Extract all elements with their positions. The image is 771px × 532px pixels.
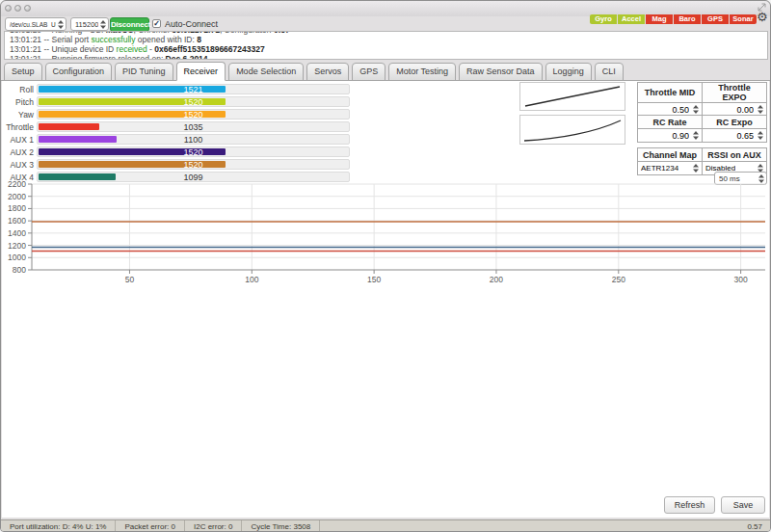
status-segment: Cycle Time: 3508 xyxy=(242,520,320,532)
tab-pid-tuning[interactable]: PID Tuning xyxy=(115,63,173,81)
axis-tick-label: 1200 xyxy=(8,241,26,251)
channel-meter-track: 1520 xyxy=(37,146,350,157)
log-line: 13:01:21 -- Serial port successfully ope… xyxy=(10,35,767,44)
number-stepper-icon[interactable] xyxy=(758,131,763,140)
log-lines: 13:01:20 -- Running - OS: MacOS, Chrome:… xyxy=(10,31,767,60)
channel-meter-bar xyxy=(39,123,99,130)
auto-connect-label: Auto-Connect xyxy=(165,19,218,29)
auto-connect-checkbox[interactable]: ✓ xyxy=(152,19,161,28)
tab-cli[interactable]: CLI xyxy=(595,63,624,81)
axis-tick-label: 1800 xyxy=(8,203,26,213)
axis-tick-label: 2200 xyxy=(8,179,26,189)
axis-tick-label: 200 xyxy=(490,275,503,284)
rc-expo-value: 0.65 xyxy=(736,131,754,141)
channel-map-header: Channel Map xyxy=(638,148,703,162)
channel-map-select[interactable]: AETR1234 xyxy=(641,164,699,173)
number-stepper-icon[interactable] xyxy=(693,105,699,114)
axis-tick-label: 800 xyxy=(13,265,26,275)
sensor-badge-baro: Baro xyxy=(674,14,701,24)
channel-value: 1520 xyxy=(183,110,202,120)
rc-expo-input[interactable]: 0.65 xyxy=(705,131,763,141)
tab-setup[interactable]: Setup xyxy=(4,63,42,81)
close-window-button[interactable] xyxy=(5,5,12,12)
refresh-button[interactable]: Refresh xyxy=(664,496,715,514)
channel-meter-track: 1035 xyxy=(37,121,350,132)
channel-meter-track: 1520 xyxy=(37,109,350,120)
app-window: /dev/cu.SLAB_US 115200 Disconnect ✓ Auto… xyxy=(0,0,771,532)
tab-gps[interactable]: GPS xyxy=(352,63,386,81)
channel-label: AUX 3 xyxy=(3,159,34,172)
throttle-expo-value: 0.00 xyxy=(736,105,754,115)
channel-label: Throttle xyxy=(3,121,34,134)
save-button[interactable]: Save xyxy=(721,496,765,514)
axis-tick-label: 50 xyxy=(125,275,135,284)
sensor-badge-mag: Mag xyxy=(646,14,673,24)
throttle-expo-input[interactable]: 0.00 xyxy=(705,105,763,115)
log-box[interactable]: 13:01:20 -- Running - OS: MacOS, Chrome:… xyxy=(4,31,768,60)
axis-tick-label: 250 xyxy=(612,275,625,284)
rc-channels-graph: 8001000120014001600180020002200501001502… xyxy=(1,178,771,286)
tab-servos[interactable]: Servos xyxy=(306,63,349,81)
number-stepper-icon[interactable] xyxy=(758,105,763,114)
channel-meter-track: 1520 xyxy=(37,159,350,170)
throttle-expo-header: Throttle EXPO xyxy=(703,83,767,103)
axis-tick-label: 1000 xyxy=(8,253,26,262)
channel-label: Yaw xyxy=(3,109,34,121)
status-bar: Port utilization: D: 4% U: 1%Packet erro… xyxy=(1,519,770,532)
sensor-strip: GyroAccelMagBaroGPSSonar xyxy=(590,14,757,24)
axis-tick-label: 1600 xyxy=(8,216,26,226)
baud-rate-select[interactable]: 115200 xyxy=(70,17,109,31)
channel-value: 1520 xyxy=(183,97,202,107)
channel-row-aux-2: AUX 21520 xyxy=(3,146,369,159)
tab-mode-selection[interactable]: Mode Selection xyxy=(228,63,304,81)
zoom-window-button[interactable] xyxy=(24,5,31,12)
throttle-mid-header: Throttle MID xyxy=(638,83,703,103)
tab-motor-testing[interactable]: Motor Testing xyxy=(388,63,456,81)
sensor-badge-gps: GPS xyxy=(702,14,729,24)
channel-label: AUX 1 xyxy=(3,134,34,146)
serial-port-select[interactable]: /dev/cu.SLAB_US xyxy=(5,17,66,31)
channel-label: Pitch xyxy=(3,96,34,109)
tab-logging[interactable]: Logging xyxy=(545,63,592,81)
channel-label: AUX 2 xyxy=(3,146,34,159)
tab-strip: SetupConfigurationPID TuningReceiverMode… xyxy=(1,61,770,81)
status-segment: Packet error: 0 xyxy=(116,520,184,532)
throttle-mid-input[interactable]: 0.50 xyxy=(641,105,699,115)
channel-row-roll: Roll1521 xyxy=(3,84,369,96)
axis-tick-label: 150 xyxy=(367,275,381,284)
rc-rate-settings-table: RC Rate RC Expo 0.90 0.65 xyxy=(637,115,767,143)
channel-row-aux-1: AUX 11100 xyxy=(3,134,369,146)
number-stepper-icon[interactable] xyxy=(693,131,699,140)
channel-value: 1520 xyxy=(183,160,202,170)
status-segment: Port utilization: D: 4% U: 1% xyxy=(1,520,116,532)
rc-rate-header: RC Rate xyxy=(638,116,703,129)
select-stepper-icon xyxy=(100,20,106,29)
channel-label: Roll xyxy=(3,84,34,96)
tab-raw-sensor-data[interactable]: Raw Sensor Data xyxy=(459,63,543,81)
rc-rate-value: 0.90 xyxy=(672,131,689,141)
channel-value: 1035 xyxy=(183,122,202,132)
select-stepper-icon xyxy=(58,20,64,29)
settings-gear-icon[interactable]: ⚙ xyxy=(757,11,768,24)
axis-tick-label: 2000 xyxy=(8,192,26,201)
sensor-badge-sonar: Sonar xyxy=(730,14,757,24)
channel-row-throttle: Throttle1035 xyxy=(3,121,369,134)
channel-row-pitch: Pitch1520 xyxy=(3,96,369,109)
disconnect-button[interactable]: Disconnect xyxy=(110,17,149,32)
channel-value: 1520 xyxy=(183,147,202,157)
channel-row-aux-3: AUX 31520 xyxy=(3,159,369,172)
channel-meter-track: 1520 xyxy=(37,96,350,107)
channel-map-value: AETR1234 xyxy=(641,164,678,173)
log-line: 13:01:21 -- Unique device ID received - … xyxy=(10,44,767,54)
status-segment: I2C error: 0 xyxy=(185,520,242,532)
tab-receiver[interactable]: Receiver xyxy=(176,62,226,81)
minimize-window-button[interactable] xyxy=(14,5,21,12)
axis-tick-label: 300 xyxy=(734,275,748,284)
rc-rate-input[interactable]: 0.90 xyxy=(641,131,699,141)
throttle-curve-preview xyxy=(519,82,625,111)
tab-configuration[interactable]: Configuration xyxy=(45,63,113,81)
select-stepper-icon xyxy=(693,164,699,173)
channel-meter-list: Roll1521Pitch1520Yaw1520Throttle1035AUX … xyxy=(3,84,369,184)
axis-tick-label: 100 xyxy=(245,275,258,284)
serial-port-value: /dev/cu.SLAB_US xyxy=(10,21,56,28)
